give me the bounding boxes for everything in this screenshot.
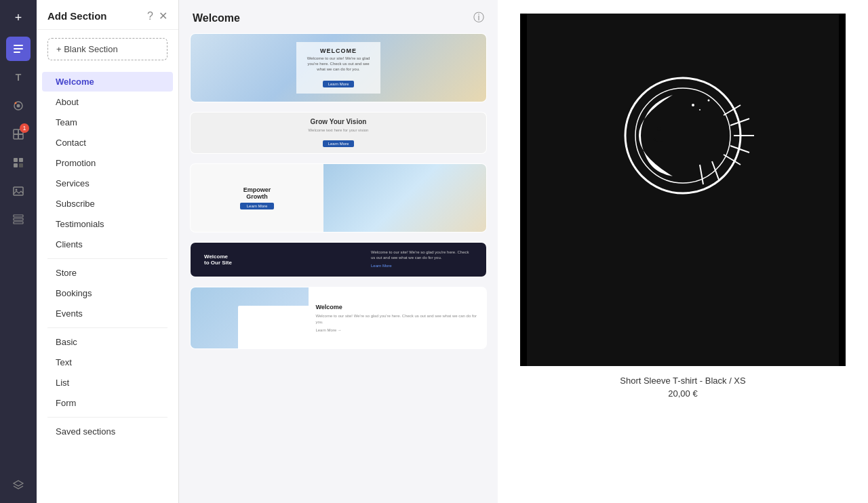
media-icon-button[interactable]: [6, 179, 31, 203]
content-area: Welcome ⓘ WELCOME Welcome to our site! W…: [179, 0, 498, 503]
tmpl5-text: Welcome to our site! We're so glad you'r…: [315, 313, 479, 325]
template-card-3[interactable]: EmpowerGrowth Learn More: [190, 163, 487, 233]
data-icon-button[interactable]: [6, 207, 31, 232]
tmpl5-left-inner: [238, 306, 309, 348]
template-card-1[interactable]: WELCOME Welcome to our site! We're so gl…: [190, 33, 487, 102]
nav-item-contact[interactable]: Contact: [42, 133, 173, 153]
svg-rect-14: [14, 187, 23, 195]
close-icon[interactable]: ✕: [159, 9, 167, 22]
template-card-2[interactable]: Grow Your Vision Welcome text here for y…: [190, 112, 487, 154]
template-preview-4: Welcometo Our Site Welcome to our site! …: [191, 243, 486, 277]
nav-item-promotion[interactable]: Promotion: [42, 153, 173, 173]
nav-item-text[interactable]: Text: [42, 353, 173, 372]
tmpl5-link: Learn More →: [315, 328, 479, 332]
tmpl1-title: WELCOME: [307, 47, 370, 54]
nav-list: Welcome About Team Contact Promotion Ser…: [37, 68, 178, 503]
svg-rect-6: [14, 129, 18, 134]
svg-rect-17: [14, 218, 23, 220]
template-preview-2: Grow Your Vision Welcome text here for y…: [191, 113, 486, 153]
nav-divider-3: [47, 417, 167, 418]
product-price: 20,00 €: [620, 388, 745, 399]
nav-item-saved-sections[interactable]: Saved sections: [42, 422, 173, 441]
plugins-icon-button[interactable]: [6, 150, 31, 175]
content-title: Welcome: [193, 12, 240, 24]
svg-rect-13: [19, 163, 23, 167]
blank-section-button[interactable]: + Blank Section: [47, 38, 167, 60]
svg-point-29: [657, 127, 661, 131]
nav-item-basic[interactable]: Basic: [42, 332, 173, 352]
notification-badge: 1: [20, 123, 29, 133]
templates-list: WELCOME Welcome to our site! We're so gl…: [179, 33, 498, 503]
icon-sidebar: + T 1: [0, 0, 37, 503]
svg-rect-0: [14, 45, 23, 46]
product-info: Short Sleeve T-shirt - Black / XS 20,00 …: [620, 376, 745, 399]
tmpl2-title: Grow Your Vision: [309, 118, 369, 125]
tmpl5-title: Welcome: [315, 304, 479, 310]
panel-header: Add Section ? ✕: [37, 0, 178, 30]
tmpl3-title: EmpowerGrowth: [243, 186, 271, 200]
template-preview-1: WELCOME Welcome to our site! We're so gl…: [191, 34, 486, 102]
nav-divider-2: [47, 327, 167, 328]
template-preview-3: EmpowerGrowth Learn More: [191, 164, 486, 232]
tmpl4-right: Welcome to our site! We're so glad you'r…: [371, 250, 473, 268]
svg-rect-19: [527, 14, 839, 366]
svg-rect-9: [18, 134, 23, 139]
nav-item-welcome[interactable]: Welcome: [42, 72, 173, 92]
nav-item-about[interactable]: About: [42, 92, 173, 112]
svg-point-30: [692, 104, 694, 106]
panel-header-icons: ? ✕: [147, 9, 167, 22]
product-name: Short Sleeve T-shirt - Black / XS: [620, 376, 745, 386]
nav-item-store[interactable]: Store: [42, 263, 173, 283]
text-icon-button[interactable]: T: [6, 65, 31, 89]
svg-point-5: [15, 102, 17, 104]
pages-icon-button[interactable]: [6, 37, 31, 61]
add-section-panel: Add Section ? ✕ + Blank Section Welcome …: [37, 0, 179, 503]
template-card-4[interactable]: Welcometo Our Site Welcome to our site! …: [190, 242, 487, 277]
content-header: Welcome ⓘ: [179, 0, 498, 33]
svg-rect-10: [14, 158, 18, 162]
svg-rect-2: [14, 52, 20, 53]
tmpl3-button: Learn More: [240, 203, 275, 209]
tmpl4-title: Welcometo Our Site: [204, 254, 371, 266]
svg-point-31: [708, 100, 710, 102]
nav-item-services[interactable]: Services: [42, 174, 173, 193]
svg-rect-8: [14, 134, 18, 139]
svg-rect-18: [14, 222, 23, 224]
layers-icon-button[interactable]: [6, 473, 31, 498]
tmpl1-inner: WELCOME Welcome to our site! We're so gl…: [296, 42, 381, 93]
add-page-button[interactable]: +: [6, 5, 31, 30]
nav-item-testimonials[interactable]: Testimonials: [42, 214, 173, 234]
nav-item-events[interactable]: Events: [42, 304, 173, 323]
nav-item-clients[interactable]: Clients: [42, 235, 173, 254]
tmpl4-left: Welcometo Our Site: [204, 254, 371, 266]
product-image-container: [520, 14, 846, 366]
svg-rect-12: [14, 163, 18, 167]
nav-item-bookings[interactable]: Bookings: [42, 283, 173, 303]
product-tshirt-svg: [527, 14, 839, 366]
tmpl3-left: EmpowerGrowth Learn More: [191, 164, 323, 232]
nav-item-team[interactable]: Team: [42, 113, 173, 132]
help-icon[interactable]: ?: [147, 10, 153, 22]
tmpl2-text: Welcome text here for your vision: [309, 128, 369, 132]
nav-divider-1: [47, 258, 167, 259]
template-preview-5: Welcome Welcome to our site! We're so gl…: [191, 287, 486, 348]
svg-rect-1: [14, 48, 23, 49]
tmpl1-button: Learn More: [323, 81, 355, 87]
nav-item-list[interactable]: List: [42, 373, 173, 393]
svg-point-32: [699, 109, 701, 110]
template-card-5[interactable]: Welcome Welcome to our site! We're so gl…: [190, 287, 487, 349]
nav-item-subscribe[interactable]: Subscribe: [42, 194, 173, 214]
design-icon-button[interactable]: [6, 94, 31, 118]
tmpl5-left: [191, 287, 309, 348]
nav-item-form[interactable]: Form: [42, 393, 173, 413]
svg-rect-16: [14, 215, 23, 217]
info-icon[interactable]: ⓘ: [473, 11, 484, 25]
tmpl1-text: Welcome to our site! We're so gladyou're…: [307, 56, 370, 72]
tmpl5-right: Welcome Welcome to our site! We're so gl…: [309, 287, 486, 348]
svg-rect-11: [19, 158, 23, 162]
tmpl3-right: [323, 164, 486, 232]
tmpl4-link: Learn More: [371, 264, 473, 269]
tmpl2-inner: Grow Your Vision Welcome text here for y…: [309, 118, 369, 148]
svg-point-4: [17, 104, 20, 108]
notification-icon-button[interactable]: 1: [6, 122, 31, 146]
